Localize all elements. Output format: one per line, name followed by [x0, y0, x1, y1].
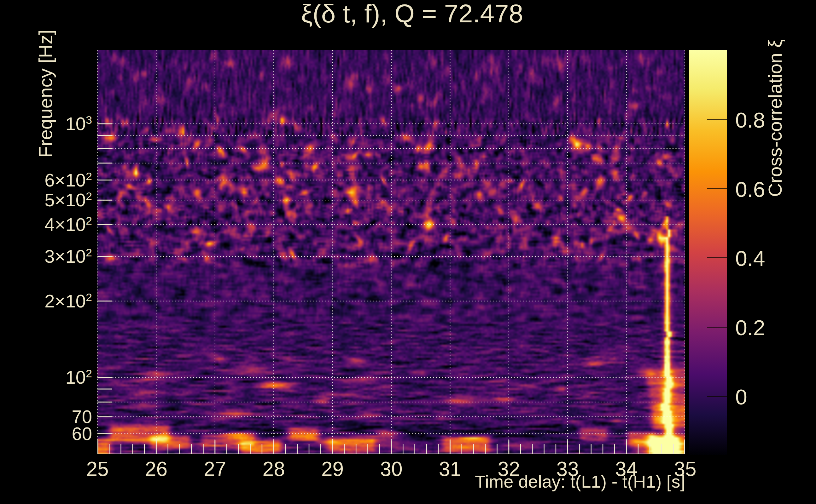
colorbar-tick-label: 0: [735, 385, 747, 409]
y-tick-label: 102: [65, 367, 92, 388]
y-tick-label: 5×102: [44, 189, 92, 210]
y-tick-label: 60: [72, 423, 92, 444]
colorbar-tick-label: 0.8: [735, 108, 765, 132]
x-tick-label: 26: [145, 457, 167, 481]
colorbar-tick: [707, 327, 727, 328]
frequency-axis-label: Frequency [Hz]: [31, 18, 60, 169]
x-tick-label: 33: [556, 457, 579, 481]
x-tick-label: 34: [615, 457, 638, 481]
y-tick-label: 2×102: [44, 290, 92, 312]
x-tick-label: 28: [263, 457, 285, 481]
x-tick-label: 31: [439, 457, 461, 481]
colorbar-tick: [707, 188, 727, 189]
x-tick-label: 32: [497, 457, 520, 481]
qscan-figure: ξ(δ t, f), Q = 72.478 Frequency [Hz] Tim…: [0, 0, 816, 504]
y-tick-label: 103: [65, 113, 92, 134]
x-tick-label: 35: [674, 457, 696, 481]
colorbar-tick: [707, 257, 727, 258]
x-tick-label: 27: [204, 457, 226, 481]
x-tick-label: 25: [86, 457, 108, 481]
colorbar-tick: [707, 396, 727, 397]
figure-title: ξ(δ t, f), Q = 72.478: [97, 0, 727, 27]
y-tick-label: 4×102: [44, 214, 92, 235]
x-tick-label: 30: [380, 457, 402, 481]
colorbar-tick-label: 0.2: [735, 315, 765, 340]
x-tick-label: 29: [321, 457, 344, 481]
heatmap-canvas: [97, 50, 685, 454]
colorbar-tick-label: 0.6: [735, 177, 765, 202]
colorbar-tick: [707, 119, 727, 120]
colorbar-tick-label: 0.4: [735, 246, 765, 271]
colorbar-gradient: [689, 50, 727, 455]
y-tick-label: 3×102: [44, 246, 92, 267]
y-tick-label: 6×102: [44, 169, 92, 191]
